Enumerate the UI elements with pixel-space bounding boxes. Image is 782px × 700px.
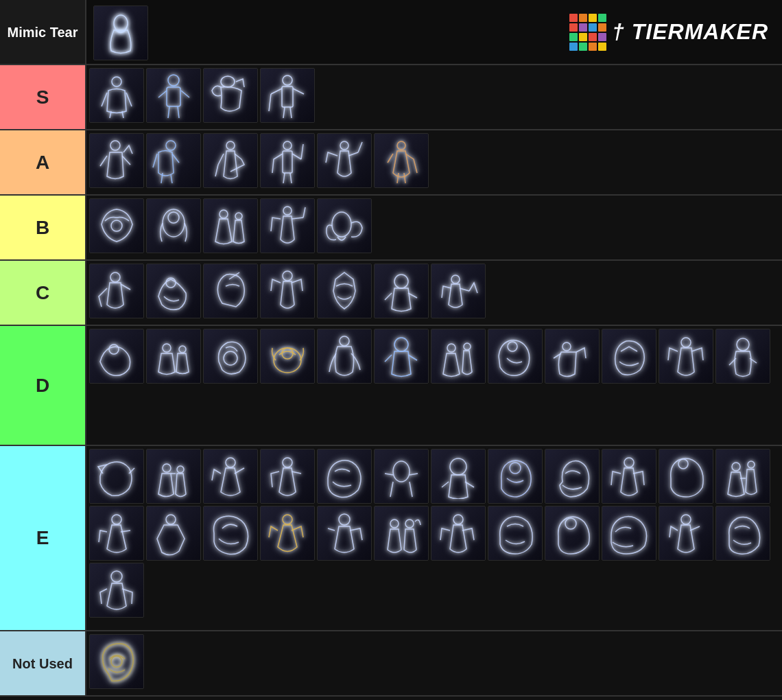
e-item-21[interactable] — [545, 506, 600, 561]
a-item-2[interactable] — [146, 133, 201, 188]
e-item-1[interactable] — [89, 449, 144, 504]
e-item-19[interactable] — [431, 506, 486, 561]
s-item-3[interactable] — [203, 68, 258, 123]
svg-rect-3 — [167, 87, 180, 106]
b-item-4[interactable] — [260, 198, 315, 253]
c-item-6[interactable] — [374, 264, 429, 318]
c-item-7[interactable] — [431, 264, 486, 318]
svg-point-56 — [405, 520, 414, 528]
svg-point-18 — [235, 213, 242, 220]
e-item-20[interactable] — [488, 506, 543, 561]
c-item-4[interactable] — [260, 264, 315, 318]
svg-point-1 — [112, 77, 121, 86]
e-item-3[interactable] — [203, 449, 258, 504]
d-item-6[interactable] — [374, 329, 429, 384]
d-item-11[interactable] — [659, 329, 713, 384]
e-item-9[interactable] — [545, 449, 600, 504]
svg-point-16 — [168, 212, 179, 223]
s-item-2[interactable] — [146, 68, 201, 123]
e-item-4[interactable] — [260, 449, 315, 504]
tier-row-a: A — [0, 130, 782, 196]
d-item-3[interactable] — [203, 329, 258, 384]
c-item-2[interactable] — [146, 264, 201, 318]
b-item-3[interactable] — [203, 198, 258, 253]
svg-point-60 — [111, 571, 122, 582]
b-item-5[interactable] — [317, 198, 372, 253]
svg-point-32 — [340, 336, 349, 346]
svg-point-35 — [464, 343, 471, 350]
svg-point-40 — [163, 464, 171, 472]
e-item-10[interactable] — [602, 449, 656, 504]
svg-point-9 — [226, 141, 235, 150]
e-item-5[interactable] — [317, 449, 372, 504]
svg-point-26 — [109, 345, 119, 354]
e-item-6[interactable] — [374, 449, 429, 504]
d-item-12[interactable] — [715, 329, 770, 384]
svg-point-58 — [565, 518, 576, 529]
svg-point-41 — [177, 466, 184, 473]
s-item-1[interactable] — [89, 68, 144, 123]
d-item-4[interactable] — [260, 329, 315, 384]
notused-item-1[interactable] — [89, 634, 144, 689]
e-item-12[interactable] — [715, 449, 770, 504]
d-item-1[interactable] — [89, 329, 144, 384]
svg-point-12 — [340, 141, 348, 150]
c-item-3[interactable] — [203, 264, 258, 318]
svg-point-51 — [112, 515, 121, 524]
e-item-15[interactable] — [203, 506, 258, 561]
svg-point-46 — [510, 463, 521, 474]
mimic-tear-item[interactable] — [93, 5, 148, 60]
e-item-2[interactable] — [146, 449, 201, 504]
svg-point-33 — [394, 338, 408, 351]
svg-point-49 — [732, 463, 740, 471]
d-item-10[interactable] — [602, 329, 656, 384]
s-item-4[interactable] — [260, 68, 315, 123]
e-item-7[interactable] — [431, 449, 486, 504]
c-item-5[interactable] — [317, 264, 372, 318]
d-item-9[interactable] — [545, 329, 600, 384]
tier-content-d — [86, 326, 782, 445]
svg-point-47 — [624, 458, 634, 467]
e-item-23[interactable] — [659, 506, 713, 561]
e-item-16[interactable] — [260, 506, 315, 561]
tier-row-notused: Not Used — [0, 631, 782, 697]
e-item-11[interactable] — [659, 449, 713, 504]
d-item-8[interactable] — [488, 329, 543, 384]
d-item-2[interactable] — [146, 329, 201, 384]
e-item-17[interactable] — [317, 506, 372, 561]
svg-point-38 — [681, 338, 691, 347]
tier-content-c — [86, 261, 782, 325]
d-item-5[interactable] — [317, 329, 372, 384]
a-item-3[interactable] — [203, 133, 258, 188]
svg-point-42 — [226, 458, 235, 467]
a-item-6[interactable] — [374, 133, 429, 188]
c-item-1[interactable] — [89, 264, 144, 318]
d-item-7[interactable] — [431, 329, 486, 384]
tier-content-a — [86, 130, 782, 194]
svg-point-29 — [224, 351, 237, 365]
a-item-5[interactable] — [317, 133, 372, 188]
b-item-2[interactable] — [146, 198, 201, 253]
svg-point-28 — [179, 346, 186, 353]
svg-point-52 — [166, 515, 176, 524]
svg-point-13 — [397, 141, 405, 150]
e-item-13[interactable] — [89, 506, 144, 561]
a-item-1[interactable] — [89, 133, 144, 188]
e-item-25[interactable] — [89, 563, 144, 618]
e-item-8[interactable] — [488, 449, 543, 504]
e-item-24[interactable] — [715, 506, 770, 561]
a-item-4[interactable] — [260, 133, 315, 188]
e-item-14[interactable] — [146, 506, 201, 561]
svg-point-55 — [390, 520, 399, 528]
svg-point-19 — [283, 207, 292, 215]
svg-point-5 — [283, 75, 292, 85]
e-item-18[interactable] — [374, 506, 429, 561]
svg-point-34 — [447, 344, 455, 352]
svg-point-27 — [163, 344, 171, 352]
tier-content-notused — [86, 631, 782, 695]
tier-content-e — [86, 446, 782, 630]
e-item-22[interactable] — [602, 506, 656, 561]
tier-row-b: B — [0, 196, 782, 261]
svg-point-59 — [681, 515, 691, 524]
b-item-1[interactable] — [89, 198, 144, 253]
